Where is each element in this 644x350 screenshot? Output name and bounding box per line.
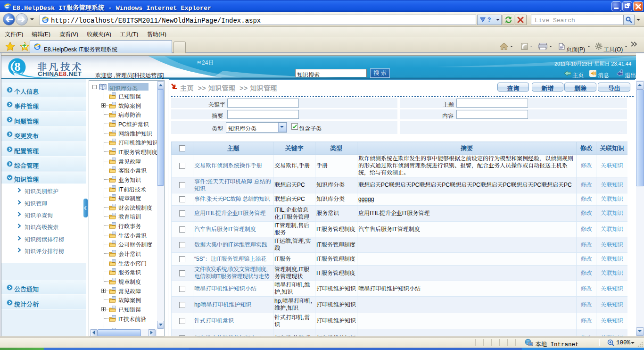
svg-text:8: 8 [15, 60, 21, 74]
